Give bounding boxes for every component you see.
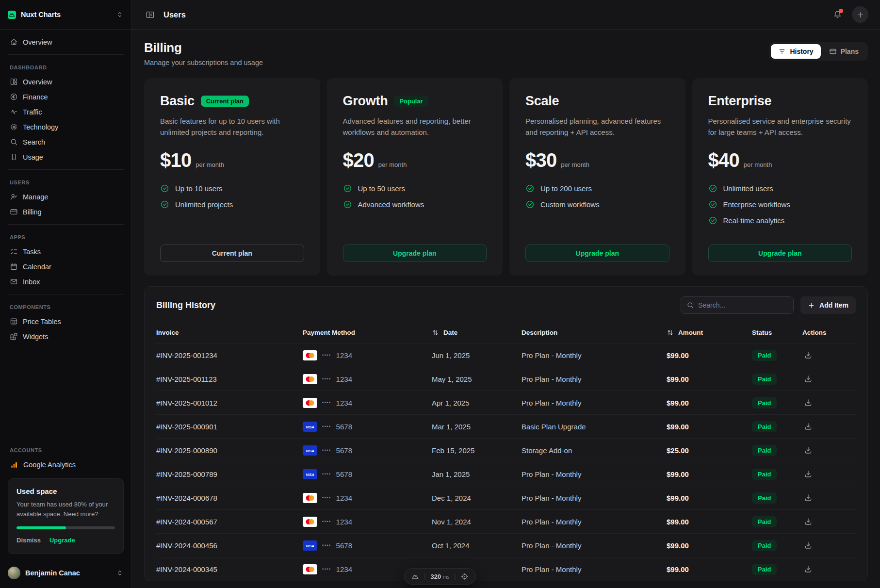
- sidebar-item-calendar[interactable]: Calendar: [6, 259, 126, 274]
- download-invoice-button[interactable]: [802, 373, 814, 385]
- plan-badge: Popular: [394, 96, 428, 107]
- sidebar-collapse-button[interactable]: [144, 8, 157, 21]
- card-last4: 5678: [336, 541, 352, 550]
- plan-feature: Unlimited projects: [160, 200, 304, 209]
- sidebar-section-label: APPS: [6, 229, 126, 244]
- plan-feature-label: Custom workflows: [540, 200, 600, 209]
- sidebar-section-label: DASHBOARD: [6, 60, 126, 74]
- notifications-button[interactable]: [831, 8, 844, 21]
- user-name: Benjamin Canac: [25, 569, 80, 577]
- sidebar-item-finance[interactable]: Finance: [6, 89, 126, 104]
- history-plans-toggle: HistoryPlans: [769, 42, 868, 61]
- sidebar-item-traffic[interactable]: Traffic: [6, 104, 126, 119]
- sidebar-section-label: ACCOUNTS: [6, 442, 126, 457]
- search-input[interactable]: [698, 301, 788, 309]
- sidebar-item-google-analytics[interactable]: Google Analytics: [6, 457, 126, 473]
- column-header-amount[interactable]: Amount: [667, 329, 752, 336]
- svg-text:VISA: VISA: [306, 425, 314, 429]
- inspector-button[interactable]: [461, 572, 469, 581]
- card-last4: 1234: [336, 399, 352, 407]
- dismiss-button[interactable]: Dismiss: [16, 537, 41, 544]
- download-invoice-button[interactable]: [802, 516, 814, 527]
- plan-card-scale: ScalePersonalised planning, advanced fea…: [509, 78, 685, 276]
- column-header-actions: Actions: [802, 329, 856, 336]
- sidebar-item-price-tables[interactable]: Price Tables: [6, 314, 126, 329]
- payment-method-cell: ••••1234: [303, 493, 432, 503]
- upgrade-plan-button[interactable]: Upgrade plan: [708, 245, 852, 262]
- plan-price: $20: [343, 149, 374, 171]
- sidebar-item-usage[interactable]: Usage: [6, 149, 126, 164]
- used-space-progress: [16, 526, 115, 529]
- plan-name: Basic: [160, 94, 195, 109]
- sidebar-item-label: Billing: [23, 208, 42, 216]
- plan-price-period: per month: [744, 161, 772, 168]
- svg-text:VISA: VISA: [306, 448, 314, 453]
- upgrade-plan-button[interactable]: Upgrade plan: [343, 245, 487, 262]
- home-icon: [10, 38, 18, 46]
- tab-history[interactable]: History: [771, 44, 820, 59]
- mastercard-icon: [303, 493, 317, 503]
- description-cell: Basic Plan Upgrade: [521, 423, 667, 431]
- add-button[interactable]: [852, 6, 868, 23]
- current-plan-button[interactable]: Current plan: [160, 245, 304, 262]
- devtools-time-unit: ms: [443, 574, 449, 580]
- sidebar-section-label: COMPONENTS: [6, 299, 126, 314]
- plan-card-basic: BasicCurrent planBasic features for up t…: [144, 78, 320, 276]
- plus-icon: [856, 11, 864, 19]
- upgrade-button[interactable]: Upgrade: [49, 537, 75, 544]
- sidebar-item-tasks[interactable]: Tasks: [6, 244, 126, 259]
- sidebar-item-manage[interactable]: Manage: [6, 189, 126, 204]
- devtools-toggle-button[interactable]: [411, 572, 419, 581]
- payment-method-cell: VISA••••5678: [303, 469, 432, 479]
- upgrade-plan-button[interactable]: Upgrade plan: [525, 245, 669, 262]
- arrow-up-down-icon: [432, 329, 439, 336]
- check-circle-icon: [708, 200, 717, 209]
- invoice-cell: #INV-2024-000345: [156, 565, 303, 573]
- sidebar-item-billing[interactable]: Billing: [6, 204, 126, 219]
- add-item-button[interactable]: Add Item: [800, 296, 856, 314]
- sidebar-section-users: USERSManageBilling: [6, 175, 126, 219]
- tab-plans[interactable]: Plans: [822, 44, 866, 59]
- plan-card-growth: GrowthPopularAdvanced features and repor…: [327, 78, 503, 276]
- plan-price-period: per month: [196, 161, 224, 168]
- sidebar-item-inbox[interactable]: Inbox: [6, 274, 126, 289]
- sidebar-item-overview[interactable]: Overview: [6, 34, 126, 49]
- tab-label: Plans: [841, 48, 859, 55]
- sidebar-item-widgets[interactable]: Widgets: [6, 329, 126, 344]
- sidebar-item-technology[interactable]: Technology: [6, 119, 126, 134]
- invoice-cell: #INV-2025-001012: [156, 399, 303, 407]
- plan-feature: Up to 10 users: [160, 184, 304, 193]
- sidebar-item-label: Technology: [23, 123, 58, 131]
- devtools-pill: 320ms: [404, 568, 476, 585]
- check-circle-icon: [708, 216, 717, 225]
- table-row: #INV-2025-000901VISA••••5678Mar 1, 2025B…: [156, 414, 856, 438]
- invoice-cell: #INV-2024-000567: [156, 518, 303, 526]
- sidebar-item-search[interactable]: Search: [6, 134, 126, 149]
- tab-label: History: [790, 48, 813, 55]
- table-row: #INV-2024-000345••••1234Pro Plan - Month…: [156, 557, 856, 581]
- download-invoice-button[interactable]: [802, 444, 814, 456]
- date-cell: Dec 1, 2024: [432, 494, 521, 502]
- table-row: #INV-2025-001012••••1234Apr 1, 2025Pro P…: [156, 391, 856, 414]
- sidebar-item-overview[interactable]: Overview: [6, 74, 126, 89]
- status-badge: Paid: [752, 374, 777, 385]
- download-invoice-button[interactable]: [802, 421, 814, 432]
- column-header-date[interactable]: Date: [432, 329, 521, 336]
- search-box: [681, 296, 794, 314]
- plan-price-period: per month: [378, 161, 407, 168]
- workspace-switcher[interactable]: Nuxt Charts: [0, 0, 131, 30]
- download-invoice-button[interactable]: [802, 468, 814, 480]
- status-badge: Paid: [752, 492, 777, 504]
- status-badge: Paid: [752, 445, 777, 456]
- download-invoice-button[interactable]: [802, 563, 814, 575]
- download-icon: [804, 446, 813, 455]
- invoice-cell: #INV-2025-001123: [156, 375, 303, 383]
- plan-name: Scale: [525, 94, 559, 109]
- download-invoice-button[interactable]: [802, 397, 814, 408]
- download-invoice-button[interactable]: [802, 539, 814, 551]
- description-cell: Pro Plan - Monthly: [521, 375, 667, 383]
- download-invoice-button[interactable]: [802, 492, 814, 504]
- user-menu[interactable]: Benjamin Canac: [0, 561, 131, 588]
- status-badge: Paid: [752, 350, 777, 361]
- download-invoice-button[interactable]: [802, 349, 814, 361]
